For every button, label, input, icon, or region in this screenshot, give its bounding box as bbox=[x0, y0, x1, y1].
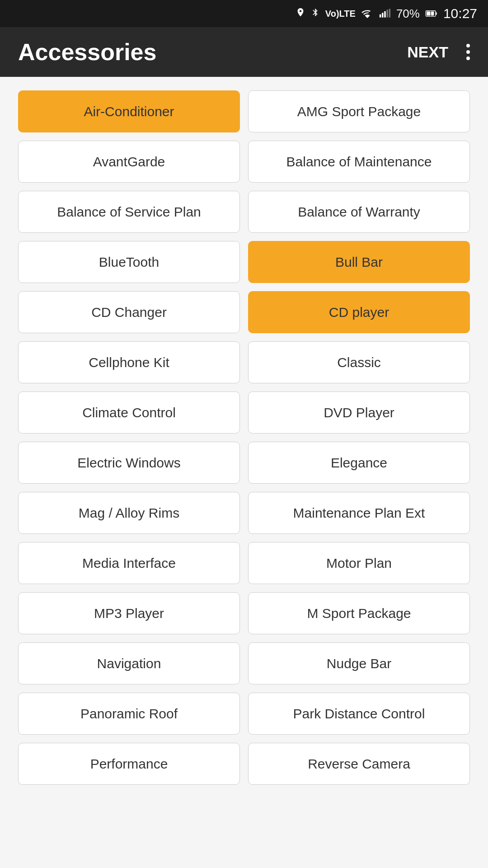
accessory-chip-balance-of-warranty[interactable]: Balance of Warranty bbox=[248, 191, 470, 233]
accessory-chip-maintenance-plan-ext[interactable]: Maintenance Plan Ext bbox=[248, 492, 470, 534]
dot-1 bbox=[466, 44, 470, 47]
toolbar-actions: NEXT bbox=[407, 43, 470, 61]
svg-rect-3 bbox=[386, 9, 388, 17]
wifi-icon bbox=[361, 9, 374, 19]
battery-icon bbox=[425, 9, 438, 18]
accessory-chip-bluetooth[interactable]: BlueTooth bbox=[18, 241, 240, 283]
accessory-chip-reverse-camera[interactable]: Reverse Camera bbox=[248, 743, 470, 785]
accessory-chip-m-sport-package[interactable]: M Sport Package bbox=[248, 592, 470, 634]
accessories-content: Air-ConditionerAMG Sport PackageAvantGar… bbox=[0, 77, 488, 798]
accessory-chip-panoramic-roof[interactable]: Panoramic Roof bbox=[18, 693, 240, 735]
accessory-chip-classic[interactable]: Classic bbox=[248, 341, 470, 383]
accessory-chip-park-distance-control[interactable]: Park Distance Control bbox=[248, 693, 470, 735]
battery-percentage: 70% bbox=[396, 7, 420, 21]
dot-2 bbox=[466, 50, 470, 54]
accessory-chip-media-interface[interactable]: Media Interface bbox=[18, 542, 240, 584]
accessory-chip-bull-bar[interactable]: Bull Bar bbox=[248, 241, 470, 283]
svg-rect-0 bbox=[380, 14, 381, 18]
accessory-chip-elegance[interactable]: Elegance bbox=[248, 442, 470, 484]
accessory-chip-cellphone-kit[interactable]: Cellphone Kit bbox=[18, 341, 240, 383]
status-icons: Vo)LTE 70% 10:27 bbox=[296, 6, 477, 21]
signal-icon bbox=[379, 9, 391, 19]
accessory-chip-avantgarde[interactable]: AvantGarde bbox=[18, 141, 240, 183]
accessory-chip-motor-plan[interactable]: Motor Plan bbox=[248, 542, 470, 584]
accessory-chip-dvd-player[interactable]: DVD Player bbox=[248, 392, 470, 434]
accessory-chip-navigation[interactable]: Navigation bbox=[18, 642, 240, 684]
accessory-chip-electric-windows[interactable]: Electric Windows bbox=[18, 442, 240, 484]
toolbar: Accessories NEXT bbox=[0, 27, 488, 77]
accessory-chip-climate-control[interactable]: Climate Control bbox=[18, 392, 240, 434]
location-icon bbox=[296, 7, 305, 20]
accessory-chip-air-conditioner[interactable]: Air-Conditioner bbox=[18, 90, 240, 132]
dot-3 bbox=[466, 57, 470, 60]
svg-rect-7 bbox=[427, 12, 434, 16]
accessory-chip-mp3-player[interactable]: MP3 Player bbox=[18, 592, 240, 634]
accessory-chip-amg-sport-package[interactable]: AMG Sport Package bbox=[248, 90, 470, 132]
accessories-grid: Air-ConditionerAMG Sport PackageAvantGar… bbox=[18, 90, 470, 785]
accessory-chip-performance[interactable]: Performance bbox=[18, 743, 240, 785]
accessory-chip-cd-changer[interactable]: CD Changer bbox=[18, 291, 240, 333]
svg-rect-6 bbox=[436, 12, 437, 14]
accessory-chip-balance-of-service-plan[interactable]: Balance of Service Plan bbox=[18, 191, 240, 233]
bluetooth-icon bbox=[311, 7, 320, 20]
more-menu-button[interactable] bbox=[466, 44, 470, 60]
page-title: Accessories bbox=[18, 38, 156, 66]
accessory-chip-balance-of-maintenance[interactable]: Balance of Maintenance bbox=[248, 141, 470, 183]
status-time: 10:27 bbox=[443, 6, 477, 21]
svg-rect-2 bbox=[384, 11, 385, 18]
status-bar: Vo)LTE 70% 10:27 bbox=[0, 0, 488, 27]
svg-rect-4 bbox=[389, 9, 390, 18]
next-button[interactable]: NEXT bbox=[407, 43, 448, 61]
volte-icon: Vo)LTE bbox=[325, 9, 356, 19]
accessory-chip-nudge-bar[interactable]: Nudge Bar bbox=[248, 642, 470, 684]
svg-rect-1 bbox=[382, 13, 383, 17]
accessory-chip-cd-player[interactable]: CD player bbox=[248, 291, 470, 333]
accessory-chip-mag-alloy-rims[interactable]: Mag / Alloy Rims bbox=[18, 492, 240, 534]
